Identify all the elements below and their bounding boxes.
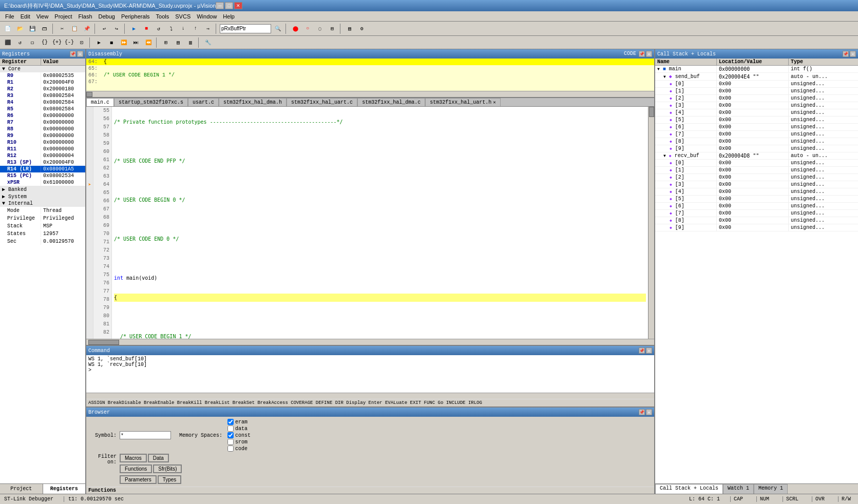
reg-row-r3[interactable]: R3 0x08002584 <box>0 92 85 99</box>
system-group[interactable]: ▶ System <box>0 193 85 200</box>
tab-startup[interactable]: startup_stm32f107xc.s <box>114 98 188 106</box>
copy-btn[interactable]: 📋 <box>69 23 80 34</box>
cs-row-sb6[interactable]: ◆ [6] 0x00 unsigned... <box>655 124 858 131</box>
code-vscroll-thumb[interactable] <box>649 107 654 117</box>
reg-row-r15[interactable]: R15 (PC) 0x08002534 <box>0 172 85 179</box>
banked-group[interactable]: ▶ Banked <box>0 186 85 193</box>
run-to-cursor-btn[interactable]: ⇒ <box>202 23 214 34</box>
cs-row-rb2[interactable]: ◆ [2] 0x00 unsigned... <box>655 174 858 181</box>
menu-debug[interactable]: Debug <box>96 12 118 21</box>
save-all-btn[interactable]: 🗃 <box>39 23 50 34</box>
tb2-btn5[interactable]: {+} <box>51 37 63 48</box>
tb2-btn4[interactable]: {} <box>39 37 50 48</box>
tab-usart-c[interactable]: usart.c <box>188 98 219 106</box>
tb2-btn10[interactable]: ⏩ <box>118 37 129 48</box>
cs-row-sb7[interactable]: ◆ [7] 0x00 unsigned... <box>655 131 858 138</box>
disasm-scrollbar[interactable] <box>86 91 654 97</box>
tab-uart-h[interactable]: stm32f1xx_hal_uart.h ✕ <box>425 98 500 106</box>
minimize-btn[interactable]: ─ <box>216 2 224 9</box>
reg-row-r4[interactable]: R4 0x08002584 <box>0 99 85 106</box>
cs-row-rb4[interactable]: ◆ [4] 0x00 unsigned... <box>655 188 858 196</box>
tab-memory1[interactable]: Memory 1 <box>754 484 788 494</box>
reg-row-r10[interactable]: R10 0x00000000 <box>0 139 85 146</box>
registers-pin-btn[interactable]: 📌 <box>70 51 76 57</box>
cs-row-sb4[interactable]: ◆ [4] 0x00 unsigned... <box>655 109 858 117</box>
reg-row-r7[interactable]: R7 0x00000000 <box>0 119 85 126</box>
tab-watch1[interactable]: Watch 1 <box>723 484 754 494</box>
check-data-input[interactable] <box>227 425 234 432</box>
filter-functions-btn[interactable]: Functions <box>120 464 152 473</box>
reg-row-r2[interactable]: R2 0x20000180 <box>0 86 85 92</box>
open-btn[interactable]: 📂 <box>14 23 26 34</box>
redo-btn[interactable]: ↪ <box>111 23 122 34</box>
filter-parameters-btn[interactable]: Parameters <box>120 475 157 484</box>
cs-expand-sendbuf[interactable]: ▼ <box>663 74 666 79</box>
watch-find-btn[interactable]: 🔍 <box>272 23 283 34</box>
reg-row-r6[interactable]: R6 0x00000000 <box>0 112 85 119</box>
reg-row-xpsr[interactable]: xPSR 0x61000000 <box>0 179 85 186</box>
cs-row-sb1[interactable]: ◆ [1] 0x00 unsigned... <box>655 88 858 95</box>
reg-row-r12[interactable]: R12 0x00000004 <box>0 152 85 159</box>
reg-row-r1[interactable]: R1 0x200004F0 <box>0 79 85 86</box>
tab-callstack[interactable]: Call Stack + Locals <box>655 484 723 494</box>
cs-row-rb1[interactable]: ◆ [1] 0x00 unsigned... <box>655 167 858 174</box>
undo-btn[interactable]: ↩ <box>99 23 110 34</box>
menu-peripherals[interactable]: Peripherals <box>118 12 153 21</box>
step-over-btn[interactable]: ⤵ <box>165 23 177 34</box>
cs-row-recvbuf[interactable]: ▼ ◆ recv_buf 0x200004D8 "" auto - un... <box>655 152 858 160</box>
disassembly-close-btn[interactable]: ✕ <box>646 51 652 57</box>
cs-row-sb8[interactable]: ◆ [8] 0x00 unsigned... <box>655 138 858 145</box>
cs-row-sendbuf[interactable]: ▼ ◆ send_buf 0x200004E4 "" auto - un... <box>655 73 858 81</box>
filter-data-btn[interactable]: Data <box>148 454 169 462</box>
menu-help[interactable]: Help <box>220 12 238 21</box>
tb2-btn14[interactable]: ▤ <box>173 37 184 48</box>
code-vscrollbar[interactable] <box>648 107 654 339</box>
breakpoint-btn[interactable]: ⬤ <box>290 23 301 34</box>
cs-row-sb3[interactable]: ◆ [3] 0x00 unsigned... <box>655 102 858 109</box>
cs-row-rb9[interactable]: ◆ [9] 0x00 unsigned... <box>655 224 858 231</box>
code-hscroll-thumb[interactable] <box>88 340 119 345</box>
check-srom-input[interactable] <box>227 439 234 445</box>
symbol-input[interactable] <box>120 431 171 439</box>
tb2-btn1[interactable]: ⬛ <box>2 37 13 48</box>
menu-view[interactable]: View <box>33 12 52 21</box>
tb2-btn12[interactable]: ⏪ <box>143 37 154 48</box>
tab-dma-c[interactable]: stm32f1xx_hal_dma.c <box>357 98 425 106</box>
tb2-btn8[interactable]: ▶ <box>93 37 105 48</box>
cs-row-main[interactable]: ▼ ■ main 0x00000000 int f() <box>655 66 858 73</box>
tb2-btn9[interactable]: ◼ <box>106 37 117 48</box>
maximize-btn[interactable]: □ <box>225 2 233 9</box>
cs-expand-main[interactable]: ▼ <box>657 67 660 71</box>
check-eram-input[interactable] <box>227 419 234 425</box>
filter-macros-btn[interactable]: Macros <box>120 454 147 462</box>
tab-uart-c[interactable]: stm32f1xx_hal_uart.c <box>287 98 357 106</box>
menu-file[interactable]: File <box>2 12 17 21</box>
disable-bp-btn[interactable]: ◌ <box>314 23 326 34</box>
cs-row-sb9[interactable]: ◆ [9] 0x00 unsigned... <box>655 145 858 152</box>
cs-row-rb0[interactable]: ◆ [0] 0x00 unsigned... <box>655 160 858 167</box>
check-code-input[interactable] <box>227 445 234 452</box>
tb2-btn15[interactable]: ▥ <box>185 37 196 48</box>
menu-tools[interactable]: Tools <box>153 12 173 21</box>
tb2-btn11[interactable]: ⏭ <box>130 37 142 48</box>
reg-row-r9[interactable]: R9 0x00000000 <box>0 132 85 139</box>
command-hscroll[interactable] <box>86 393 654 399</box>
browser-pin-btn[interactable]: 📌 <box>639 409 645 415</box>
reg-row-r11[interactable]: R11 0x00000000 <box>0 146 85 152</box>
save-btn[interactable]: 💾 <box>27 23 38 34</box>
core-group[interactable]: ▼ Core <box>0 66 85 72</box>
close-btn[interactable]: ✕ <box>234 2 242 9</box>
reg-row-r5[interactable]: R5 0x08002584 <box>0 106 85 112</box>
tb2-btn6[interactable]: {-} <box>64 37 75 48</box>
reg-row-r0[interactable]: R0 0x08002535 <box>0 72 85 79</box>
memory-btn[interactable]: ▤ <box>344 23 355 34</box>
browser-close-btn[interactable]: ✕ <box>646 409 652 415</box>
step-into-btn[interactable]: ↓ <box>178 23 189 34</box>
tab-main-c[interactable]: main.c <box>86 98 114 106</box>
callstack-pin-btn[interactable]: 📌 <box>843 51 849 57</box>
reg-row-r8[interactable]: R8 0x00000000 <box>0 126 85 132</box>
tb2-btn2[interactable]: ↺ <box>14 37 26 48</box>
tb2-btn13[interactable]: ⊞ <box>160 37 171 48</box>
new-btn[interactable]: 📄 <box>2 23 13 34</box>
watch-input[interactable] <box>220 24 271 33</box>
